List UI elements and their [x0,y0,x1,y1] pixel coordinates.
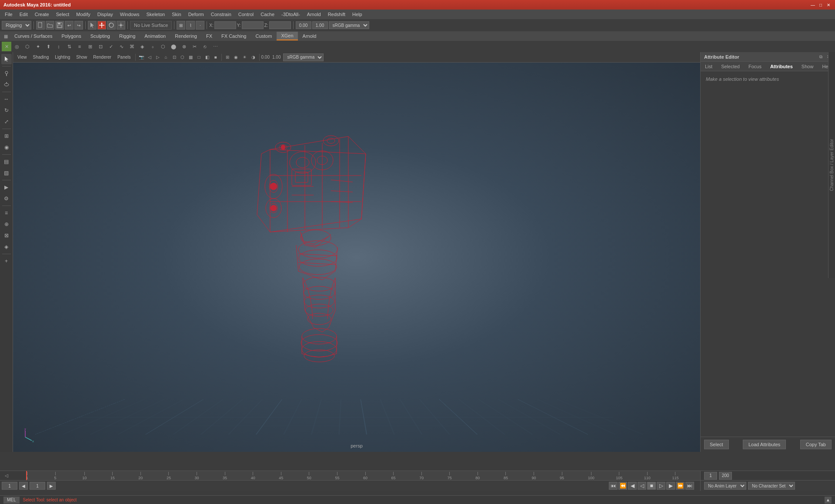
xgen-icon-6[interactable]: ↕ [54,42,63,51]
vp-smooth-icon[interactable]: ◉ [232,53,240,61]
gamma-input[interactable] [312,21,328,29]
tab-animation[interactable]: Animation [140,32,170,40]
xgen-icon-17[interactable]: ⬤ [169,42,178,51]
vp-sel-icon[interactable]: ▦ [187,53,195,61]
timeline-tick[interactable]: 55 [335,471,339,480]
xgen-icon-20[interactable]: ⎋ [200,42,210,51]
xgen-icon-5[interactable]: ⬆ [43,42,53,51]
shading-menu[interactable]: Shading [30,54,52,60]
sidebar-sculpt-icon[interactable] [1,80,12,90]
timeline-tick[interactable]: 50 [307,471,311,480]
menu-constrain[interactable]: Constrain [208,11,234,18]
3d-viewport[interactable]: persp x y [13,63,700,452]
attr-tab-selected[interactable]: Selected [718,63,742,70]
sidebar-soft-icon[interactable]: ◉ [1,142,12,153]
vp-shade1[interactable]: □ [195,53,203,61]
menu-arnold[interactable]: Arnold [304,11,324,18]
vp-wire-icon[interactable]: ⊞ [224,53,231,61]
sidebar-settings-icon[interactable]: ⚙ [1,193,12,204]
vp-shade2[interactable]: ◧ [204,53,211,61]
snap-curve-btn[interactable]: ⌇ [186,21,195,30]
snap-grid-btn[interactable]: ⊞ [177,21,185,30]
scale-tool-btn[interactable] [117,21,125,30]
timeline-tick[interactable]: 100 [588,471,595,480]
sidebar-expand-btn[interactable]: + [1,256,12,266]
channel-box-tab[interactable]: Channel Box / Layer Editor [829,137,834,193]
timeline-tick[interactable]: 10 [82,471,87,480]
xgen-icon-14[interactable]: ◈ [137,42,147,51]
timeline-tick[interactable]: 35 [223,471,227,480]
tab-rigging[interactable]: Rigging [115,32,140,40]
sidebar-rotate-icon[interactable]: ↻ [1,105,12,116]
menu-create[interactable]: Create [32,11,52,18]
timeline-tick[interactable]: 65 [391,471,396,480]
timeline-tick[interactable]: 25 [167,471,171,480]
y-input[interactable] [242,21,264,29]
new-scene-btn[interactable] [36,21,45,30]
open-scene-btn[interactable] [46,21,54,30]
tab-custom[interactable]: Custom [251,32,277,40]
play-fwd-btn[interactable]: ▷ [657,482,665,490]
go-end-btn[interactable]: ⏭ [685,482,694,490]
xgen-icon-2[interactable]: ◎ [12,42,22,51]
next-frame-btn[interactable]: ⏩ [676,482,685,490]
renderer-menu[interactable]: Renderer [90,54,114,60]
menu-select[interactable]: Select [53,11,73,18]
timeline-tick[interactable]: 95 [560,471,564,480]
sidebar-misc4[interactable]: ◈ [1,242,12,252]
sidebar-misc2[interactable]: ⊕ [1,219,12,229]
timeline-tick[interactable]: 80 [475,471,480,480]
tab-fx[interactable]: FX [202,32,217,40]
vp-shadow-icon[interactable]: ◑ [250,53,257,61]
attr-tab-attributes[interactable]: Attributes [768,63,795,70]
snap-point-btn[interactable]: · [196,21,204,30]
script-mode-indicator[interactable]: MEL [3,497,20,504]
xgen-icon-9[interactable]: ⊞ [85,42,95,51]
show-menu[interactable]: Show [73,54,90,60]
sidebar-misc1[interactable]: ≡ [1,208,12,218]
step-fwd-btn[interactable]: ▶ [47,482,56,490]
tab-curves-surfaces[interactable]: Curves / Surfaces [10,32,57,40]
tab-xgen[interactable]: XGen [277,32,297,40]
menu-file[interactable]: File [2,11,16,18]
window-controls[interactable]: — □ ✕ [810,2,832,8]
undo-btn[interactable]: ↩ [65,21,73,30]
sidebar-grid-icon[interactable]: ⊞ [1,131,12,141]
timeline-tick[interactable]: 90 [532,471,536,480]
menu-3dtoll[interactable]: -3DtoAll- [278,11,303,18]
timeline-tick[interactable]: 105 [616,471,622,480]
tab-sculpting[interactable]: Sculpting [86,32,114,40]
menu-skin[interactable]: Skin [169,11,184,18]
view-menu[interactable]: View [15,54,30,60]
tab-arnold[interactable]: Arnold [298,32,321,40]
xgen-icon-21[interactable]: ⋯ [210,42,220,51]
sidebar-layer1[interactable]: ▤ [1,156,12,167]
vp-fit-icon[interactable]: ⊡ [170,53,178,61]
tab-polygons[interactable]: Polygons [57,32,85,40]
start-frame-input[interactable] [2,482,17,490]
attr-tab-show[interactable]: Show [799,63,816,70]
menu-deform[interactable]: Deform [185,11,207,18]
redo-btn[interactable]: ↪ [74,21,83,30]
z-input[interactable] [269,21,291,29]
xgen-icon-11[interactable]: ✓ [106,42,116,51]
menu-skeleton[interactable]: Skeleton [143,11,168,18]
status-expand-btn[interactable]: ▲ [825,497,832,504]
xgen-icon-4[interactable]: ✦ [33,42,43,51]
xgen-icon-15[interactable]: ⬨ [148,42,157,51]
timeline-tick[interactable]: 40 [251,471,255,480]
translate-tool-btn[interactable] [97,21,106,30]
vp-next-icon[interactable]: ▷ [154,53,162,61]
timeline-tick[interactable]: 15 [110,471,115,480]
timeline-tick[interactable]: 20 [138,471,143,480]
mode-selector[interactable]: Rigging [2,21,31,30]
lighting-menu[interactable]: Lighting [52,54,73,60]
sidebar-paint-icon[interactable] [1,68,12,79]
rotate-tool-btn[interactable] [107,21,116,30]
menu-cache[interactable]: Cache [257,11,277,18]
timeline-tick[interactable]: 30 [195,471,199,480]
stop-btn[interactable]: ■ [647,482,656,490]
menu-redshift[interactable]: Redshift [325,11,348,18]
attr-load-attrs-btn[interactable]: Load Attributes [743,440,786,449]
sidebar-move-icon[interactable]: ↔ [1,94,12,104]
